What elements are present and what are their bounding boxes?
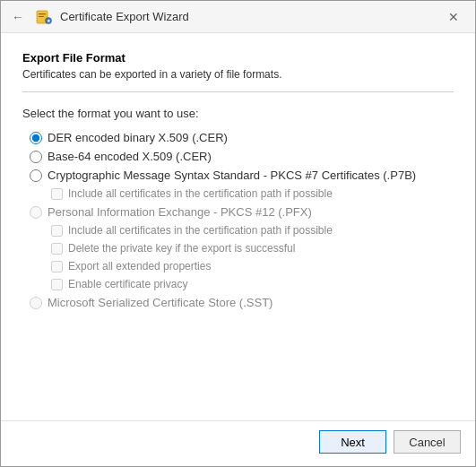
cancel-button[interactable]: Cancel xyxy=(394,430,461,454)
options-list: DER encoded binary X.509 (.CER) Base-64 … xyxy=(22,131,454,309)
main-content: Export File Format Certificates can be e… xyxy=(1,33,475,420)
format-question: Select the format you want to use: xyxy=(22,107,454,120)
option-sst: Microsoft Serialized Certificate Store (… xyxy=(30,296,454,309)
option-base64: Base-64 encoded X.509 (.CER) xyxy=(30,150,454,163)
checkbox-pfx-privacy[interactable] xyxy=(51,279,63,290)
pfx-sub-privacy: Enable certificate privacy xyxy=(30,278,454,290)
footer: Next Cancel xyxy=(1,420,475,466)
section-title: Export File Format xyxy=(22,51,454,65)
next-button[interactable]: Next xyxy=(319,430,386,454)
checkbox-pfx-include[interactable] xyxy=(51,225,63,237)
divider xyxy=(22,91,454,92)
radio-pfx[interactable] xyxy=(30,206,42,219)
window-title: Certificate Export Wizard xyxy=(60,10,189,23)
pfx-sub-include: Include all certificates in the certific… xyxy=(30,224,454,237)
option-der: DER encoded binary X.509 (.CER) xyxy=(30,131,454,144)
close-button[interactable]: ✕ xyxy=(443,6,464,28)
label-der[interactable]: DER encoded binary X.509 (.CER) xyxy=(48,131,228,144)
label-pfx-include: Include all certificates in the certific… xyxy=(68,224,333,237)
label-pkcs7[interactable]: Cryptographic Message Syntax Standard - … xyxy=(48,169,416,182)
cert-icon: ★ xyxy=(35,8,53,26)
svg-rect-1 xyxy=(39,13,46,14)
label-sst[interactable]: Microsoft Serialized Certificate Store (… xyxy=(48,296,273,309)
pfx-sub-delete: Delete the private key if the export is … xyxy=(30,242,454,255)
checkbox-pfx-delete[interactable] xyxy=(51,243,63,255)
label-pfx-ext: Export all extended properties xyxy=(68,260,211,272)
checkbox-pkcs7-include[interactable] xyxy=(51,188,63,200)
back-button[interactable]: ← xyxy=(12,10,24,24)
label-base64[interactable]: Base-64 encoded X.509 (.CER) xyxy=(48,150,212,163)
radio-pkcs7[interactable] xyxy=(30,169,42,182)
section-desc: Certificates can be exported in a variet… xyxy=(22,68,454,81)
radio-base64[interactable] xyxy=(30,151,42,163)
checkbox-pfx-ext[interactable] xyxy=(51,261,63,272)
label-pfx-privacy: Enable certificate privacy xyxy=(68,278,187,290)
title-bar-left: ← ★ Certificate Export Wizard xyxy=(12,8,189,26)
title-bar: ← ★ Certificate Export Wizard ✕ xyxy=(1,1,475,33)
label-pfx[interactable]: Personal Information Exchange - PKCS #12… xyxy=(48,205,312,219)
radio-sst[interactable] xyxy=(30,297,42,309)
label-pkcs7-include: Include all certificates in the certific… xyxy=(68,187,333,200)
label-pfx-delete: Delete the private key if the export is … xyxy=(68,242,295,255)
option-pkcs7: Cryptographic Message Syntax Standard - … xyxy=(30,169,454,182)
pfx-sub-ext: Export all extended properties xyxy=(30,260,454,272)
option-pfx: Personal Information Exchange - PKCS #12… xyxy=(30,205,454,219)
pkcs7-sub-include: Include all certificates in the certific… xyxy=(30,187,454,200)
svg-rect-2 xyxy=(39,16,44,17)
radio-der[interactable] xyxy=(30,132,42,144)
wizard-window: ← ★ Certificate Export Wizard ✕ Export F… xyxy=(0,0,476,467)
